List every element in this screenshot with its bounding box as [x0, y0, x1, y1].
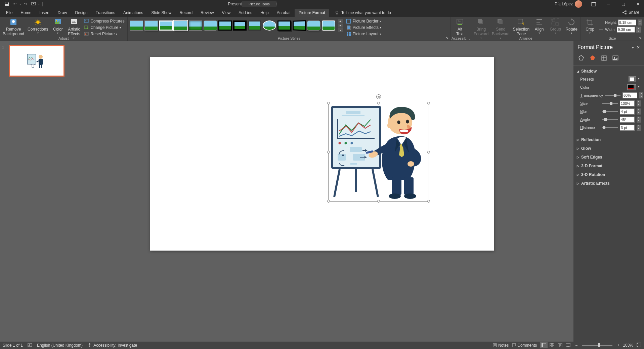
height-input[interactable]	[618, 19, 636, 26]
style-thumb-14[interactable]	[322, 20, 335, 31]
transparency-input[interactable]	[622, 92, 637, 98]
presets-dropdown[interactable]	[629, 76, 636, 82]
section-header-artistic-effects[interactable]: ▷Artistic Effects	[577, 180, 641, 187]
style-thumb-3[interactable]	[159, 20, 173, 31]
section-header-soft-edges[interactable]: ▷Soft Edges	[577, 154, 641, 161]
tab-record[interactable]: Record	[175, 9, 197, 17]
style-thumb-5[interactable]	[189, 20, 202, 31]
tab-picture-format[interactable]: Picture Format	[295, 9, 329, 17]
group-button[interactable]: Group▾	[548, 17, 563, 36]
blur-spinner[interactable]: ▲▼	[637, 108, 641, 115]
pane-options-button[interactable]: ▾	[632, 45, 634, 50]
corrections-button[interactable]: Corrections▾	[26, 17, 49, 36]
tell-me-search[interactable]: Tell me what you want to do	[331, 9, 395, 17]
tab-animations[interactable]: Animations	[119, 9, 147, 17]
pane-tab-effects[interactable]	[589, 54, 596, 62]
zoom-slider[interactable]	[582, 345, 612, 346]
maximize-button[interactable]: ▢	[617, 0, 629, 8]
picture-effects-button[interactable]: Picture Effects ▾	[345, 25, 383, 31]
crop-button[interactable]: Crop▾	[582, 17, 598, 36]
tab-slideshow[interactable]: Slide Show	[147, 9, 175, 17]
zoom-value[interactable]: 103%	[623, 343, 633, 348]
slide[interactable]	[150, 57, 494, 251]
tab-transitions[interactable]: Transitions	[92, 9, 119, 17]
gallery-more[interactable]: ▾	[338, 28, 343, 32]
transparency-spinner[interactable]: ▲▼	[639, 92, 643, 98]
handle-bottom-mid[interactable]	[377, 200, 380, 203]
style-thumb-2[interactable]	[144, 20, 158, 31]
minimize-button[interactable]: ─	[602, 0, 614, 8]
slide-sorter-button[interactable]	[548, 342, 556, 348]
tab-review[interactable]: Review	[197, 9, 218, 17]
zoom-in-button[interactable]: +	[617, 343, 619, 348]
section-header-shadow[interactable]: ◢Shadow	[577, 68, 641, 75]
angle-spinner[interactable]: ▲▼	[637, 117, 641, 123]
pane-tab-size[interactable]	[600, 54, 608, 62]
style-thumb-9[interactable]	[248, 20, 261, 31]
pane-tab-fill[interactable]	[577, 54, 585, 62]
style-thumb-13[interactable]	[307, 20, 320, 31]
normal-view-button[interactable]	[540, 342, 548, 348]
rotate-handle[interactable]	[376, 94, 381, 99]
handle-top-left[interactable]	[327, 102, 330, 104]
tab-help[interactable]: Help	[256, 9, 273, 17]
blur-slider[interactable]	[602, 111, 618, 112]
distance-spinner[interactable]: ▲▼	[637, 125, 641, 131]
fit-to-window-button[interactable]	[637, 343, 641, 348]
size-dialog-launcher[interactable]: ⬊	[639, 36, 643, 40]
tab-addins[interactable]: Add-ins	[234, 9, 256, 17]
section-header-3d-format[interactable]: ▷3-D Format	[577, 162, 641, 170]
zoom-out-button[interactable]: −	[575, 343, 577, 348]
style-thumb-12[interactable]	[293, 20, 306, 31]
transparency-slider[interactable]	[605, 95, 620, 96]
pane-close-button[interactable]: ✕	[637, 45, 640, 50]
tab-file[interactable]: File	[2, 9, 16, 17]
distance-slider[interactable]	[602, 127, 618, 128]
notes-button[interactable]: Notes	[493, 343, 509, 348]
tab-home[interactable]: Home	[16, 9, 35, 17]
section-header-3d-rotation[interactable]: ▷3-D Rotation	[577, 171, 641, 178]
style-thumb-7[interactable]	[218, 20, 232, 31]
gallery-up[interactable]: ▲	[338, 19, 343, 23]
language-status[interactable]: English (United Kingdom)	[37, 343, 83, 348]
tab-insert[interactable]: Insert	[35, 9, 53, 17]
height-spinner[interactable]: ▲▼	[638, 19, 642, 26]
blur-input[interactable]	[620, 108, 635, 115]
handle-left-mid[interactable]	[327, 151, 330, 154]
align-button[interactable]: Align▾	[531, 17, 547, 36]
handle-right-mid[interactable]	[427, 151, 430, 154]
slide-thumbnail-1[interactable]: 1	[3, 45, 67, 77]
section-header-reflection[interactable]: ▷Reflection	[577, 136, 641, 143]
save-button[interactable]	[3, 1, 10, 7]
change-picture-button[interactable]: Change Picture ▾	[82, 25, 126, 31]
user-account[interactable]: Pía López	[555, 0, 585, 8]
color-dropdown[interactable]	[627, 84, 636, 90]
tab-acrobat[interactable]: Acrobat	[273, 9, 295, 17]
picture-border-button[interactable]: Picture Border ▾	[345, 18, 383, 24]
handle-top-mid[interactable]	[377, 102, 380, 104]
pane-tab-picture[interactable]	[612, 54, 619, 62]
size-slider[interactable]	[602, 103, 618, 104]
redo-button[interactable]: ↷	[22, 1, 29, 7]
handle-bottom-right[interactable]	[427, 200, 430, 203]
section-header-glow[interactable]: ▷Glow	[577, 145, 641, 152]
style-thumb-6[interactable]	[204, 20, 217, 31]
color-button[interactable]: Color▾	[50, 17, 66, 36]
styles-dialog-launcher[interactable]: ⬊	[446, 36, 450, 40]
handle-bottom-left[interactable]	[327, 200, 330, 203]
style-thumb-4[interactable]	[174, 20, 187, 31]
style-thumb-11[interactable]	[277, 20, 291, 31]
slide-count-status[interactable]: Slide 1 of 1	[3, 343, 23, 348]
width-input[interactable]	[617, 27, 635, 33]
handle-top-right[interactable]	[427, 102, 430, 104]
gallery-down[interactable]: ▼	[338, 24, 343, 28]
ribbon-display-options-button[interactable]	[588, 0, 600, 8]
selected-picture[interactable]	[330, 104, 428, 200]
size-spinner[interactable]: ▲▼	[637, 100, 641, 106]
compress-pictures-button[interactable]: Compress Pictures	[82, 18, 126, 24]
tab-design[interactable]: Design	[71, 9, 91, 17]
rotate-button[interactable]: Rotate▾	[564, 17, 579, 36]
close-button[interactable]: ✕	[632, 0, 644, 8]
share-button[interactable]: Share	[617, 8, 644, 17]
accessibility-status[interactable]: Accessibility: Investigate	[87, 343, 137, 348]
